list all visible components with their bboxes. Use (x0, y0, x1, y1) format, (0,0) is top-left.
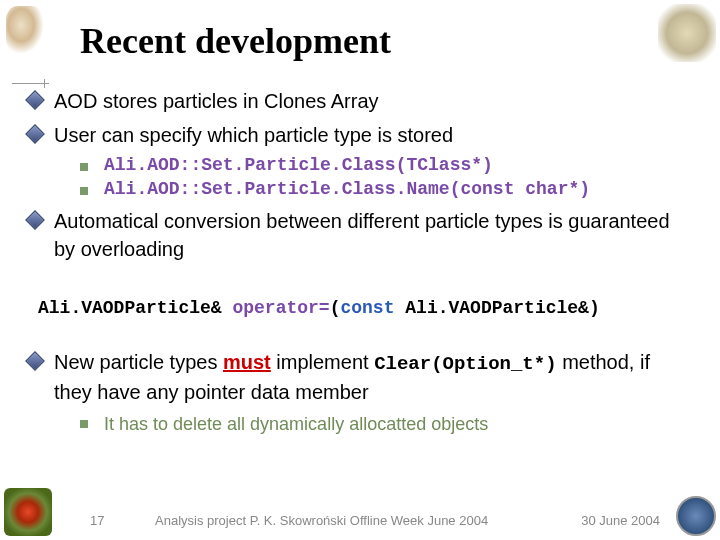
diamond-bullet-icon (28, 213, 40, 225)
footer: 17 Analysis project P. K. Skowroński Off… (0, 513, 720, 528)
text-segment: New particle types (54, 351, 223, 373)
bullet-item: User can specify which particle type is … (28, 121, 690, 149)
code-inline: Clear(Option_t*) (374, 353, 556, 375)
bullet-text: Automatical conversion between different… (54, 207, 690, 263)
footer-date: 30 June 2004 (581, 513, 660, 528)
code-text: Ali.AOD::Set.Particle.Class.Name(const c… (104, 179, 590, 199)
sub-text: It has to delete all dynamically allocat… (104, 412, 488, 437)
bullet-item: AOD stores particles in Clones Array (28, 87, 690, 115)
sub-bullet-item: Ali.AOD::Set.Particle.Class.Name(const c… (80, 179, 690, 199)
code-segment: Ali.VAODParticle&) (394, 298, 599, 318)
code-segment: Ali.VAODParticle& (38, 298, 232, 318)
decoration-bottom-left (4, 488, 52, 536)
sub-bullet-item: Ali.AOD::Set.Particle.Class(TClass*) (80, 155, 690, 175)
code-operator: operator= (232, 298, 329, 318)
code-text: Ali.AOD::Set.Particle.Class(TClass*) (104, 155, 493, 175)
bullet-text: New particle types must implement Clear(… (54, 348, 690, 406)
square-bullet-icon (80, 187, 88, 195)
emphasis-must: must (223, 351, 271, 373)
bullet-item: New particle types must implement Clear(… (28, 348, 690, 406)
square-bullet-icon (80, 420, 88, 428)
sub-bullet-item: It has to delete all dynamically allocat… (80, 412, 690, 437)
diamond-bullet-icon (28, 93, 40, 105)
decoration-cross-icon (40, 79, 49, 88)
slide: Recent development AOD stores particles … (0, 0, 720, 540)
decoration-top-left (6, 6, 44, 54)
code-segment: ( (330, 298, 341, 318)
bullet-text: User can specify which particle type is … (54, 121, 453, 149)
code-keyword: const (340, 298, 394, 318)
code-line: Ali.VAODParticle& operator=(const Ali.VA… (38, 295, 690, 322)
square-bullet-icon (80, 163, 88, 171)
diamond-bullet-icon (28, 354, 40, 366)
slide-content: AOD stores particles in Clones Array Use… (0, 87, 720, 437)
slide-title: Recent development (80, 20, 720, 62)
decoration-top-right (658, 4, 716, 62)
bullet-item: Automatical conversion between different… (28, 207, 690, 263)
footer-center-text: Analysis project P. K. Skowroński Offlin… (155, 513, 581, 528)
page-number: 17 (90, 513, 130, 528)
bullet-text: AOD stores particles in Clones Array (54, 87, 379, 115)
diamond-bullet-icon (28, 127, 40, 139)
text-segment: implement (271, 351, 374, 373)
